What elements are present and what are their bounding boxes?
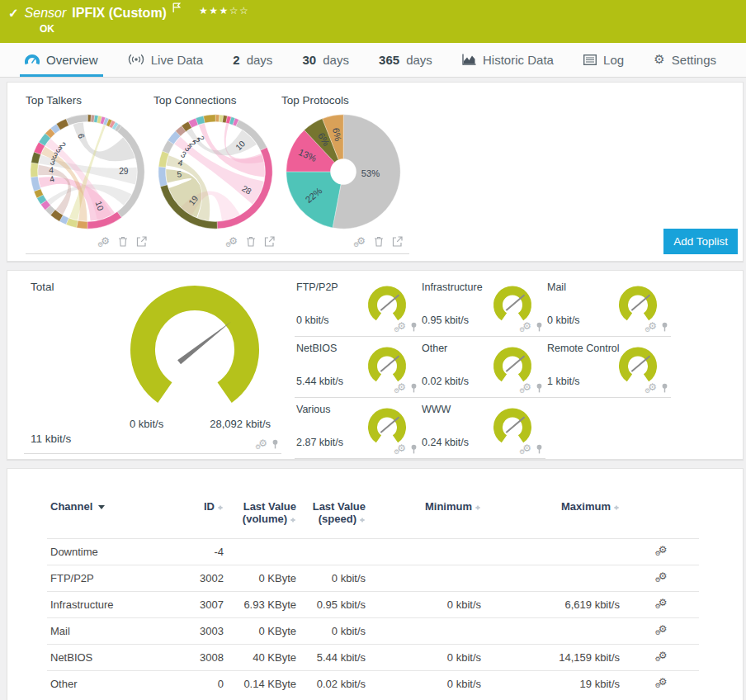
toplists-panel: Top Talkers 29104433326 Top Connections …: [7, 82, 744, 262]
tab-settings[interactable]: ⚙ Settings: [649, 43, 721, 77]
pin-icon[interactable]: [410, 322, 418, 332]
tab-number: 2: [233, 53, 239, 67]
tab-365-days[interactable]: 365 days: [374, 43, 437, 77]
svg-text:5: 5: [177, 169, 182, 178]
sort-icon: [360, 515, 366, 525]
channel-settings-gears-icon[interactable]: [655, 571, 668, 583]
open-external-icon[interactable]: [264, 236, 275, 247]
tab-historic-data[interactable]: Historic Data: [457, 43, 559, 77]
top-connections-chart[interactable]: 1028195433222: [153, 110, 277, 234]
table-cell: [369, 539, 484, 565]
total-gauge-dial: [116, 279, 273, 418]
column-header-channel[interactable]: Channel: [47, 492, 179, 539]
gauge-cell-infrastructure: Infrastructure 0.95 kbit/s: [420, 276, 545, 337]
options-gears-icon[interactable]: [225, 236, 238, 248]
gauge-cell-various: Various 2.87 kbit/s: [295, 398, 420, 459]
pin-icon[interactable]: [410, 383, 418, 393]
sort-icon: [290, 515, 296, 525]
sort-icon: [475, 503, 481, 513]
gauge-value: 0.02 kbit/s: [422, 376, 469, 387]
gear-icon[interactable]: [394, 443, 406, 455]
gear-icon[interactable]: [519, 382, 531, 394]
gear-icon[interactable]: [519, 321, 531, 333]
gauge-cell-total: Total 0 kbit/s 28,092 kbit/s 11 kbit/s: [24, 276, 281, 454]
options-gears-icon[interactable]: [353, 236, 366, 248]
svg-text:29: 29: [119, 167, 129, 176]
table-cell: Other: [47, 671, 179, 698]
gauge-cell-mail: Mail 0 kbit/s: [545, 276, 671, 337]
channel-settings-gears-icon[interactable]: [655, 624, 668, 636]
gear-icon[interactable]: [644, 321, 657, 333]
top-protocols-chart[interactable]: 53%22%13%6%6%: [281, 110, 405, 234]
gear-icon[interactable]: [255, 438, 267, 450]
channel-settings-gears-icon[interactable]: [655, 545, 668, 556]
tab-30-days[interactable]: 30 days: [298, 43, 354, 77]
tab-bar: Overview Live Data 2 days 30 days 365 da…: [0, 43, 746, 78]
table-cell: 3007: [179, 592, 227, 618]
channel-settings-gears-icon[interactable]: [655, 650, 668, 662]
tab-label: Log: [603, 53, 624, 67]
channel-table: Channel ID Last Value (volume) Last Valu…: [47, 492, 699, 697]
pin-icon[interactable]: [536, 383, 543, 393]
live-data-icon: [128, 54, 144, 65]
channel-gauges-grid: FTP/P2P 0 kbit/s Infrastructure 0.95 kbi…: [295, 276, 671, 459]
table-cell: 5.44 kbit/s: [300, 645, 369, 671]
tab-log[interactable]: Log: [578, 43, 629, 77]
top-talkers-chart[interactable]: 29104433326: [26, 110, 149, 234]
table-cell: [369, 565, 484, 592]
table-header-row: Channel ID Last Value (volume) Last Valu…: [47, 492, 699, 539]
gauge-value: 11 kbit/s: [31, 433, 71, 445]
delete-trash-icon[interactable]: [118, 236, 128, 247]
pin-icon[interactable]: [536, 322, 543, 332]
log-icon: [583, 54, 597, 65]
pin-icon[interactable]: [661, 383, 668, 393]
gauge-label: Remote Control: [547, 343, 620, 354]
table-cell: [484, 539, 623, 565]
column-header-last-value-volume[interactable]: Last Value (volume): [227, 492, 300, 539]
status-badge: OK: [40, 23, 54, 35]
column-header-minimum[interactable]: Minimum: [369, 492, 484, 539]
tab-label: days: [406, 53, 432, 67]
pin-icon[interactable]: [536, 444, 543, 454]
channel-settings-gears-icon[interactable]: [655, 677, 668, 688]
open-external-icon[interactable]: [392, 236, 403, 247]
gear-icon[interactable]: [644, 382, 657, 394]
options-gears-icon[interactable]: [97, 236, 110, 248]
delete-trash-icon[interactable]: [374, 236, 384, 247]
table-cell: 6.93 KByte: [227, 592, 300, 618]
column-header-last-value-speed[interactable]: Last Value (speed): [300, 492, 369, 539]
table-cell: 0 KByte: [227, 565, 300, 592]
flag-icon[interactable]: [172, 2, 182, 17]
table-cell: [369, 618, 484, 645]
channel-settings-gears-icon[interactable]: [655, 598, 668, 609]
table-cell: 6,619 kbit/s: [484, 592, 623, 618]
pin-icon[interactable]: [661, 322, 668, 332]
pin-icon[interactable]: [271, 439, 279, 449]
star-rating[interactable]: ★★★☆☆: [199, 5, 249, 17]
tab-label: days: [247, 53, 273, 67]
column-header-maximum[interactable]: Maximum: [484, 492, 623, 539]
column-header-id[interactable]: ID: [179, 492, 227, 539]
sort-icon: [218, 503, 224, 513]
column-header-settings: [623, 492, 699, 539]
add-toplist-button[interactable]: Add Toplist: [663, 229, 738, 254]
table-cell: 0.95 kbit/s: [300, 592, 369, 618]
gauge-value: 0.24 kbit/s: [422, 437, 469, 448]
tab-live-data[interactable]: Live Data: [123, 43, 208, 77]
gauge-label: Mail: [547, 281, 566, 293]
gauge-label: NetBIOS: [296, 343, 337, 354]
table-cell: 0 kbit/s: [300, 565, 369, 592]
tab-2-days[interactable]: 2 days: [228, 43, 277, 77]
gauge-value: 0 kbit/s: [296, 315, 329, 326]
open-external-icon[interactable]: [136, 236, 147, 247]
gear-icon[interactable]: [394, 321, 406, 333]
toplist-card-top-connections: Top Connections 1028195433222: [153, 94, 281, 254]
pin-icon[interactable]: [410, 444, 418, 454]
table-cell: 0 KByte: [227, 618, 300, 645]
tab-number: 365: [379, 53, 399, 67]
tab-overview[interactable]: Overview: [20, 43, 103, 77]
delete-trash-icon[interactable]: [246, 236, 256, 247]
gear-icon[interactable]: [394, 382, 406, 394]
gear-icon[interactable]: [519, 443, 531, 455]
table-row: Infrastructure 3007 6.93 KByte 0.95 kbit…: [47, 592, 699, 618]
